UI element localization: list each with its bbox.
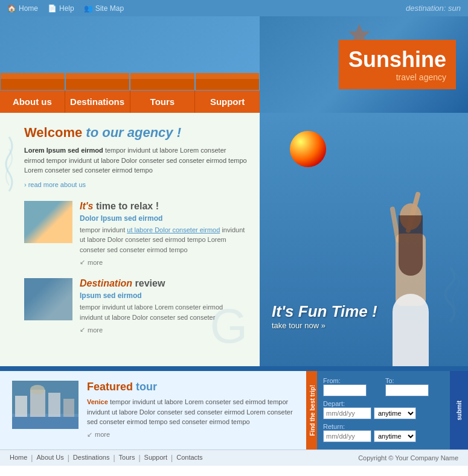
nav-home-link[interactable]: 🏠 Home [7, 4, 38, 13]
beach-ball [290, 131, 326, 167]
brand-name: Sunshine [348, 47, 446, 72]
tagline: destination: sun [406, 4, 461, 13]
fun-time-title: It's Fun Time ! [272, 302, 377, 321]
svg-rect-6 [63, 399, 74, 417]
footer-home-link[interactable]: Home [10, 454, 27, 462]
header: About us Destinations Tours Support Suns… [0, 16, 468, 113]
destination-title: Destination review [80, 278, 248, 289]
relax-image [24, 201, 72, 243]
to-input[interactable] [385, 384, 429, 396]
submit-button[interactable]: submit [456, 395, 463, 427]
nav-help-link[interactable]: 📄 Help [48, 4, 74, 13]
welcome-text: Lorem Ipsum sed eirmod tempor invidunt u… [24, 145, 248, 176]
sitemap-icon: 👥 [84, 4, 93, 13]
featured-body: Venice tempor invidunt ut labore Lorem c… [87, 397, 305, 427]
header-right: Sunshine travel agency [260, 16, 468, 113]
featured-text: Featured tour Venice tempor invidunt ut … [87, 381, 305, 440]
depart-row: Depart: anytime morning afternoon evenin… [323, 400, 444, 419]
depart-date-input[interactable] [323, 407, 371, 419]
hero-area: It's Fun Time ! take tour now [260, 113, 468, 366]
watermark: G [210, 299, 248, 354]
home-icon: 🏠 [7, 4, 16, 13]
from-label: From: [323, 377, 382, 384]
featured-image [12, 381, 79, 429]
footer-contacts-link[interactable]: Contacts [176, 454, 202, 462]
svg-rect-8 [12, 417, 79, 429]
footer-support-link[interactable]: Support [144, 454, 168, 462]
main-content: Welcome to our agency ! Lorem Ipsum sed … [0, 113, 468, 366]
return-time-select[interactable]: anytime morning afternoon evening [374, 430, 416, 442]
relax-text: It's time to relax ! Dolor Ipsum sed eir… [80, 201, 248, 267]
footer-tours-link[interactable]: Tours [119, 454, 135, 462]
booking-form: From: To: Depart: anytime morning aftern… [317, 371, 450, 449]
to-label: To: [385, 377, 444, 384]
nav-about-link[interactable]: About us [0, 90, 65, 113]
svg-rect-5 [48, 393, 60, 417]
copyright: Copyright © Your Company Name [358, 454, 458, 462]
fun-time-area: It's Fun Time ! take tour now [272, 302, 377, 330]
from-to-row: From: To: [323, 377, 444, 396]
submit-area: submit [450, 371, 468, 449]
hero-person [359, 155, 462, 366]
svg-point-7 [30, 385, 45, 395]
footer-destinations-link[interactable]: Destinations [73, 454, 110, 462]
nav-support-link[interactable]: Support [195, 90, 260, 113]
read-more-link[interactable]: read more about us [24, 181, 86, 188]
nav-sitemap-link[interactable]: 👥 Site Map [84, 4, 124, 13]
welcome-title: Welcome to our agency ! [24, 125, 248, 141]
help-icon: 📄 [48, 4, 57, 13]
footer: Home | About Us | Destinations | Tours |… [0, 449, 468, 466]
destination-image [24, 278, 72, 320]
main-navigation: About us Destinations Tours Support [0, 90, 260, 113]
svg-rect-3 [15, 396, 27, 417]
booking-area: Find the best trip! From: To: Depart: [317, 371, 468, 449]
section-divider [0, 366, 468, 371]
featured-more-link[interactable]: more [87, 431, 305, 439]
wave-left-decoration [0, 131, 18, 209]
content-left: Welcome to our agency ! Lorem Ipsum sed … [0, 113, 260, 366]
footer-links: Home | About Us | Destinations | Tours |… [10, 454, 203, 462]
featured-left: Featured tour Venice tempor invidunt ut … [0, 371, 317, 449]
from-input[interactable] [323, 384, 367, 396]
find-best-text: Find the best trip! [309, 385, 316, 436]
find-best-banner: Find the best trip! [306, 371, 318, 449]
depart-time-select[interactable]: anytime morning afternoon evening [374, 407, 416, 419]
nav-tours-link[interactable]: Tours [130, 90, 196, 113]
welcome-section: Welcome to our agency ! Lorem Ipsum sed … [24, 125, 248, 189]
wave-right-decoration [435, 264, 465, 330]
brand-area: Sunshine travel agency [339, 40, 456, 89]
featured-title: Featured tour [87, 381, 305, 393]
brand-subtitle: travel agency [348, 72, 446, 82]
fun-time-subtitle: take tour now [272, 321, 377, 330]
return-date-input[interactable] [323, 430, 371, 442]
relax-title: It's time to relax ! [80, 201, 248, 212]
relax-section: It's time to relax ! Dolor Ipsum sed eir… [24, 201, 248, 267]
relax-body: tempor invidunt ut labore Dolor conseter… [80, 225, 248, 255]
return-label: Return: [323, 423, 444, 430]
featured-section: Featured tour Venice tempor invidunt ut … [0, 371, 468, 449]
top-navigation: 🏠 Home 📄 Help 👥 Site Map destination: su… [0, 0, 468, 16]
return-row: Return: anytime morning afternoon evenin… [323, 423, 444, 442]
relax-more-link[interactable]: more [80, 258, 248, 266]
nav-destinations-link[interactable]: Destinations [65, 90, 130, 113]
brand-box: Sunshine travel agency [339, 40, 456, 89]
header-left: About us Destinations Tours Support [0, 16, 260, 113]
relax-subtitle: Dolor Ipsum sed eirmod [80, 214, 248, 223]
depart-label: Depart: [323, 400, 444, 407]
footer-about-link[interactable]: About Us [36, 454, 63, 462]
